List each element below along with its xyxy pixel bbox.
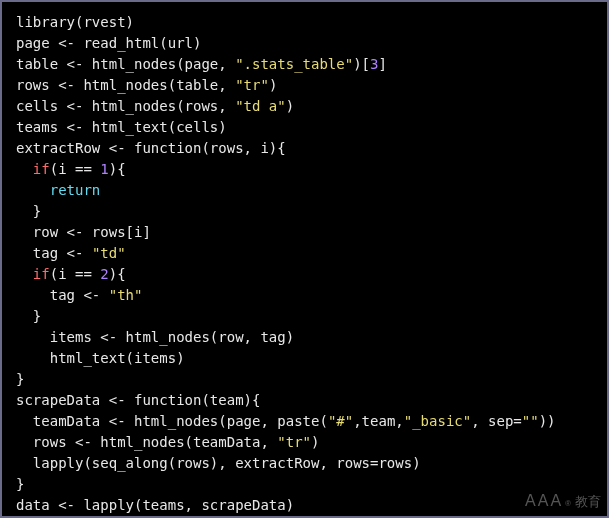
code-token: "th" xyxy=(109,287,143,303)
code-line: teamData <- html_nodes(page, paste("#",t… xyxy=(16,413,555,429)
code-line: data <- lapply(teams, scrapeData) xyxy=(16,497,294,513)
code-token: cells <- html_nodes(rows, xyxy=(16,98,235,114)
code-token: "" xyxy=(522,413,539,429)
code-token: teamData <- html_nodes(page, paste( xyxy=(33,413,328,429)
code-token: "_basic" xyxy=(404,413,471,429)
code-token: row <- rows[i] xyxy=(33,224,151,240)
code-token: "tr" xyxy=(277,434,311,450)
code-token: extractRow <- function(rows, i){ xyxy=(16,140,286,156)
code-editor-panel: library(rvest) page <- read_html(url) ta… xyxy=(0,0,609,518)
code-line: html_text(items) xyxy=(16,350,185,366)
code-token: "td a" xyxy=(235,98,286,114)
code-token: "tr" xyxy=(235,77,269,93)
code-line: lapply(seq_along(rows), extractRow, rows… xyxy=(16,455,421,471)
code-line: row <- rows[i] xyxy=(16,224,151,240)
code-token: ) xyxy=(311,434,319,450)
code-token: if xyxy=(33,266,50,282)
code-token: html_text(items) xyxy=(50,350,185,366)
code-token: tag <- xyxy=(33,245,92,261)
code-token: "#" xyxy=(328,413,353,429)
code-line: page <- read_html(url) xyxy=(16,35,201,51)
code-token: )) xyxy=(539,413,556,429)
code-line: rows <- html_nodes(table, "tr") xyxy=(16,77,277,93)
code-token: ".stats_table" xyxy=(235,56,353,72)
code-token: lapply(seq_along(rows), extractRow, rows… xyxy=(33,455,421,471)
code-token: rows <- html_nodes(teamData, xyxy=(33,434,277,450)
code-token: table <- html_nodes(page, xyxy=(16,56,235,72)
code-token: ) xyxy=(286,98,294,114)
code-line: } xyxy=(16,371,24,387)
code-line: if(i == 2){ xyxy=(16,266,126,282)
code-token: ){ xyxy=(109,161,126,177)
code-line: library(rvest) xyxy=(16,14,134,30)
code-line: if(i == 1){ xyxy=(16,161,126,177)
code-token: , sep= xyxy=(471,413,522,429)
code-token: "td" xyxy=(92,245,126,261)
code-line: items <- html_nodes(row, tag) xyxy=(16,329,294,345)
code-line: } xyxy=(16,203,41,219)
code-line: extractRow <- function(rows, i){ xyxy=(16,140,286,156)
code-token: ] xyxy=(378,56,386,72)
code-token: } xyxy=(16,476,24,492)
code-token: data <- lapply(teams, scrapeData) xyxy=(16,497,294,513)
code-token: ,team, xyxy=(353,413,404,429)
code-token: ) xyxy=(269,77,277,93)
code-token: tag <- xyxy=(50,287,109,303)
code-token: 2 xyxy=(100,266,108,282)
code-token: rows <- html_nodes(table, xyxy=(16,77,235,93)
code-line: return xyxy=(16,182,100,198)
code-line: scrapeData <- function(team){ xyxy=(16,392,260,408)
code-token: )[ xyxy=(353,56,370,72)
code-line: } xyxy=(16,308,41,324)
code-token: teams <- html_text(cells) xyxy=(16,119,227,135)
code-token: ){ xyxy=(109,266,126,282)
code-line: teams <- html_text(cells) xyxy=(16,119,227,135)
code-token: 1 xyxy=(100,161,108,177)
code-token: scrapeData <- function(team){ xyxy=(16,392,260,408)
code-line: table <- html_nodes(page, ".stats_table"… xyxy=(16,56,387,72)
code-line: rows <- html_nodes(teamData, "tr") xyxy=(16,434,319,450)
code-token: (i == xyxy=(50,161,101,177)
code-token: } xyxy=(33,203,41,219)
code-line: tag <- "td" xyxy=(16,245,126,261)
code-block: library(rvest) page <- read_html(url) ta… xyxy=(16,12,593,516)
code-token: page <- read_html(url) xyxy=(16,35,201,51)
code-line: cells <- html_nodes(rows, "td a") xyxy=(16,98,294,114)
code-token: (i == xyxy=(50,266,101,282)
code-token: } xyxy=(33,308,41,324)
code-token: library(rvest) xyxy=(16,14,134,30)
code-token: } xyxy=(16,371,24,387)
code-token: return xyxy=(50,182,101,198)
code-token: items <- html_nodes(row, tag) xyxy=(50,329,294,345)
code-line: tag <- "th" xyxy=(16,287,142,303)
code-token: if xyxy=(33,161,50,177)
code-line: } xyxy=(16,476,24,492)
